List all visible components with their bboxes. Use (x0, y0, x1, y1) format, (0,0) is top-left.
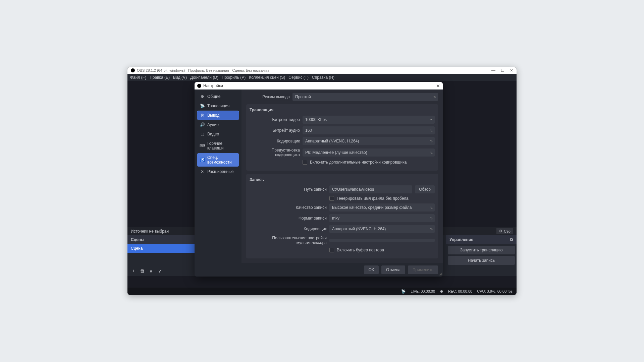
cancel-button[interactable]: Отмена (381, 265, 405, 274)
menu-tools[interactable]: Сервис (T) (288, 75, 309, 80)
dialog-icon (197, 84, 201, 88)
scenes-header: Сцены (127, 235, 201, 244)
replay-buffer-label: Включить буфер повтора (337, 248, 384, 252)
recording-encoder-select[interactable]: Аппаратный (NVENC, H.264) (329, 225, 435, 233)
nav-output[interactable]: ⎘Вывод (197, 111, 239, 120)
output-mode-label: Режим вывода (246, 95, 290, 99)
recording-path-input[interactable]: C:\Users\wanda\Videos (329, 185, 412, 193)
menubar: Файл (F) Правка (E) Вид (V) Док-панели (… (127, 74, 517, 81)
ok-button[interactable]: ОК (364, 265, 379, 274)
dialog-title: Настройки (203, 83, 223, 88)
app-icon (131, 68, 135, 72)
nospace-checkbox[interactable] (329, 196, 334, 201)
stream-encoder-select[interactable]: Аппаратный (NVENC, H.264) (303, 137, 435, 145)
nav-hotkeys[interactable]: ⌨Горячие клавиши (197, 139, 239, 153)
dialog-footer: ОК Отмена Применить ◢ (195, 263, 443, 277)
apply-button[interactable]: Применить (408, 265, 438, 274)
encoder-preset-select[interactable]: P6: Медленнее (лучше качество) (303, 148, 435, 157)
nav-general[interactable]: ⚙Общие (197, 92, 239, 101)
streaming-title: Трансляция (250, 108, 435, 112)
audio-bitrate-label: Битрейт аудио (250, 128, 300, 133)
accessibility-icon: ♿ (200, 158, 205, 162)
broadcast-icon: 📡 (401, 289, 406, 294)
monitor-icon: ▢ (200, 132, 205, 136)
replay-buffer-checkbox[interactable] (329, 248, 334, 252)
dialog-titlebar: Настройки ✕ (195, 82, 443, 89)
recording-format-label: Формат записи (250, 216, 327, 221)
live-status: LIVE: 00:00:00 (411, 289, 435, 293)
muxer-label: Пользовательские настройки мультиплексор… (250, 236, 327, 245)
statusbar: 📡 LIVE: 00:00:00 ⏺ REC: 00:00:00 CPU: 3.… (127, 288, 517, 295)
popout-icon[interactable]: ⧉ (510, 237, 513, 242)
dialog-close-button[interactable]: ✕ (436, 83, 440, 88)
menu-help[interactable]: Справка (H) (312, 75, 334, 80)
no-source-label: Источник не выбран (131, 229, 169, 234)
close-button[interactable]: ✕ (510, 68, 513, 73)
record-icon: ⏺ (440, 289, 443, 293)
recording-quality-select[interactable]: Высокое качество, средний размер файла (329, 203, 435, 212)
recording-format-select[interactable]: mkv (329, 214, 435, 222)
titlebar: OBS 28.1.2 (64-bit, windows) - Профиль: … (127, 67, 517, 74)
menu-view[interactable]: Вид (V) (173, 75, 187, 80)
main-window: OBS 28.1.2 (64-bit, windows) - Профиль: … (127, 67, 517, 295)
rec-status: REC: 00:00:00 (448, 289, 472, 293)
scene-down-button[interactable]: ∨ (156, 267, 163, 274)
settings-content: Режим вывода Простой Трансляция Битрейт … (241, 89, 443, 263)
recording-path-label: Путь записи (250, 187, 327, 192)
start-stream-button[interactable]: Запустить трансляцию (448, 246, 515, 254)
recording-section: Запись Путь записиC:\Users\wanda\VideosО… (246, 174, 438, 258)
keyboard-icon: ⌨ (200, 143, 205, 148)
output-icon: ⎘ (200, 113, 205, 118)
recording-encoder-label: Кодировщик (250, 227, 327, 231)
streaming-section: Трансляция Битрейт видео10000 Kbps Битре… (246, 104, 438, 171)
nav-video[interactable]: ▢Видео (197, 130, 239, 138)
gear-icon: ⚙ (200, 94, 205, 99)
gear-icon: ⚙ (499, 229, 502, 233)
menu-scenes[interactable]: Коллекция сцен (S) (249, 75, 285, 80)
muxer-input[interactable] (329, 239, 435, 242)
controls-header: Управление⧉ (446, 235, 517, 244)
output-mode-select[interactable]: Простой (292, 93, 438, 101)
menu-profile[interactable]: Профиль (P) (222, 75, 246, 80)
menu-file[interactable]: Файл (F) (130, 75, 146, 80)
remove-scene-button[interactable]: 🗑 (139, 267, 146, 274)
scene-up-button[interactable]: ∧ (148, 267, 154, 274)
audio-bitrate-select[interactable]: 160 (303, 126, 435, 134)
cpu-status: CPU: 3.9%, 60.00 fps (477, 289, 513, 293)
video-bitrate-label: Битрейт видео (250, 117, 300, 122)
recording-title: Запись (250, 177, 435, 182)
menu-docks[interactable]: Док-панели (D) (190, 75, 218, 80)
advanced-encoder-checkbox[interactable] (303, 160, 307, 165)
settings-dialog: Настройки ✕ ⚙Общие 📡Трансляция ⎘Вывод 🔊А… (195, 82, 443, 277)
nospace-label: Генерировать имя файла без пробела (337, 196, 409, 201)
antenna-icon: 📡 (200, 104, 205, 108)
browse-button[interactable]: Обзор (415, 185, 435, 193)
video-bitrate-input[interactable]: 10000 Kbps (303, 116, 435, 124)
recording-quality-label: Качество записи (250, 205, 327, 210)
nav-stream[interactable]: 📡Трансляция (197, 102, 239, 110)
settings-nav: ⚙Общие 📡Трансляция ⎘Вывод 🔊Аудио ▢Видео … (195, 89, 241, 263)
nav-audio[interactable]: 🔊Аудио (197, 120, 239, 129)
advanced-encoder-label: Включить дополнительные настройки кодиро… (310, 160, 407, 165)
encoder-preset-label: Предустановка кодировщика (250, 148, 300, 157)
nav-accessibility[interactable]: ♿Спец. возможности (197, 153, 239, 167)
add-scene-button[interactable]: + (130, 267, 137, 274)
titlebar-text: OBS 28.1.2 (64-bit, windows) - Профиль: … (137, 68, 269, 72)
nav-advanced[interactable]: ✕Расширенные (197, 167, 239, 176)
stream-encoder-label: Кодировщик (250, 139, 300, 143)
source-properties-button[interactable]: ⚙Сво (496, 228, 513, 234)
minimize-button[interactable]: — (491, 68, 495, 73)
maximize-button[interactable]: ☐ (501, 68, 504, 73)
scene-item[interactable]: Сцена (127, 244, 201, 253)
menu-edit[interactable]: Правка (E) (150, 75, 170, 80)
resize-grip[interactable]: ◢ (439, 272, 442, 276)
start-recording-button[interactable]: Начать запись (448, 256, 515, 265)
tools-icon: ✕ (200, 169, 205, 174)
speaker-icon: 🔊 (200, 122, 205, 127)
